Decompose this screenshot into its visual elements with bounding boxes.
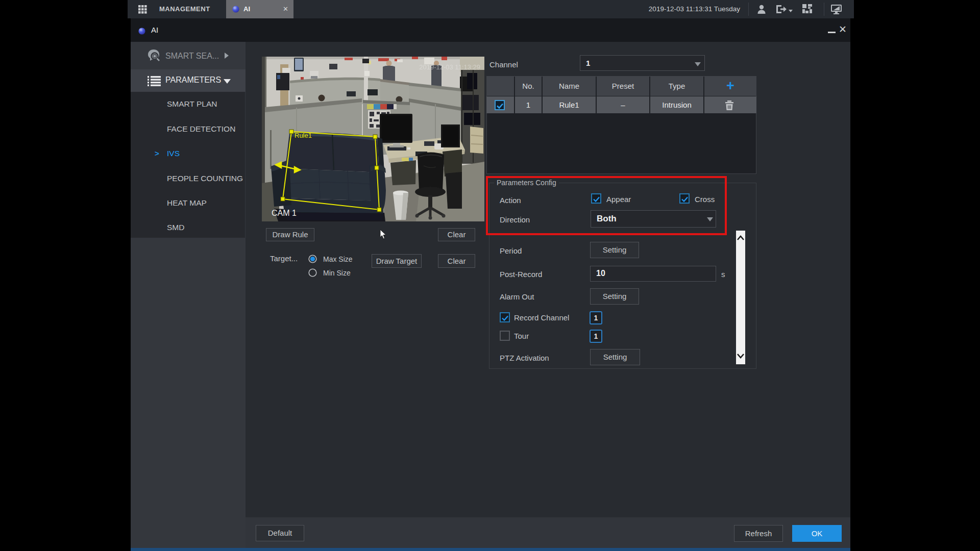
svg-text:2019-12-03 11:13:29: 2019-12-03 11:13:29: [419, 63, 480, 71]
svg-text:CAM 1: CAM 1: [272, 209, 297, 217]
svg-text:Rule1: Rule1: [295, 132, 312, 139]
